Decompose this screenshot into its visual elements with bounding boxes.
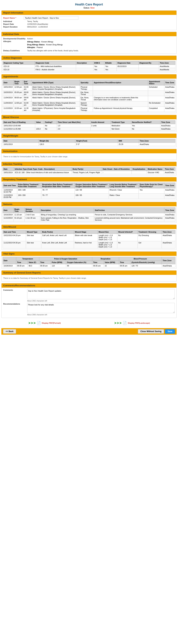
- table-row: ICD-10 F70 – Mild intellectual disabilit…: [3, 64, 176, 68]
- dev-disability-value: Autism: [27, 38, 175, 40]
- table-row: 10/16/2019 11:10 am 2 min 0 sec Biting o…: [3, 213, 176, 216]
- individual-value: Tareq, Taufiq: [27, 20, 175, 22]
- height-weight-header: Height/Weight: [2, 134, 176, 138]
- pdf-landscape-icon: 📄: [123, 321, 127, 325]
- skin-wound-table: Date and Time Wound Type Body Part(s) Wo…: [2, 230, 176, 248]
- table-row: 10/28/2019 09:30 am 98.0 09:30 am 110 99…: [3, 264, 176, 267]
- close-without-saving-button[interactable]: Close Without Saving: [138, 329, 164, 334]
- seizures-table: Date Begin Time Seizure Duration Descrip…: [2, 207, 176, 222]
- general-event-no-data: There is no data for Summary of General …: [3, 276, 175, 280]
- active-diagnoses-section: Active Diagnoses Diagnosis Coding Type D…: [1, 56, 177, 72]
- vital-signs-table: Date Temperature Pulse & Oxygen Saturati…: [2, 257, 176, 268]
- col-diag-code: Diagnosis Code: [35, 61, 76, 64]
- table-row: 10/20/2019 05:00 pm 06:00 pm Abdul Hakim…: [3, 90, 176, 96]
- col-description: Description: [76, 61, 94, 64]
- arrow-right-icon: ➤➤➤: [28, 321, 36, 325]
- recommendations-char-count: About 2966 characters left: [27, 314, 175, 316]
- table-row: ICD-10 F84.0 - Autistic disorder Yes Yes…: [3, 68, 176, 71]
- pdf-landscape-label: Display PDF(Landscape): [128, 322, 150, 324]
- table-row: 10/01/2019 130.0 5' 0" 25.39 Asia/Dhaka: [3, 142, 176, 146]
- vital-signs-section: Vital Signs Date Temperature Pulse & Oxy…: [1, 252, 177, 269]
- blood-glucose-table: Date and Time of Reading Value Fasting? …: [2, 120, 176, 130]
- table-row: 10/01/2019 10:00 AM No 1.0 2 units Medic…: [3, 124, 176, 127]
- active-diagnoses-header: Active Diagnoses: [2, 56, 176, 60]
- blood-glucose-section: Blood Glucose Date and Time of Reading V…: [1, 115, 177, 132]
- report-duration-label: Report Duration: [3, 26, 27, 28]
- individual-data-section: Individual Data Developmental Disability…: [1, 32, 177, 54]
- status-badge: New: [90, 7, 95, 9]
- comments-char-count: About 2962 characters left: [27, 300, 175, 302]
- individual-data-header: Individual Data: [2, 32, 176, 36]
- general-event-header: Summary of General Event Reports: [2, 270, 176, 275]
- height-weight-section: Height/Weight Date Weight (lb) Height (F…: [1, 134, 177, 147]
- save-button[interactable]: Save: [165, 329, 175, 334]
- status-line: Status: New: [1, 7, 177, 9]
- bottom-bar: << Back Close Without Saving Save: [1, 328, 177, 335]
- appointments-section: Appointments Date Begin Time End Time Ap…: [1, 74, 177, 113]
- respiratory-treatment-section: Respiratory Treatment Date and Time Puls…: [1, 177, 177, 200]
- pdf-portrait-icon: 📄: [37, 321, 41, 325]
- pdf-portrait-btn[interactable]: ➤➤➤ 📄 Display PDF(Portrait): [28, 321, 61, 325]
- comments-textarea[interactable]: Sep to Nov Health Care Report updates: [27, 289, 175, 299]
- pdf-row: ➤➤➤ 📄 Display PDF(Portrait) ➤➤➤ 📄 Displa…: [1, 320, 177, 326]
- back-button[interactable]: << Back: [3, 329, 16, 334]
- respiratory-treatment-header: Respiratory Treatment: [2, 177, 176, 182]
- col-diag-date: Diagnosis Date: [116, 61, 138, 64]
- report-information-header: Report Information: [2, 10, 176, 15]
- report-name-label: Report Name *: [3, 17, 24, 19]
- immunization-header: Immunization: [2, 149, 176, 153]
- table-row: 11/13/2019 03:09 PM 190 / 200 70 / 77 10…: [3, 194, 176, 199]
- dietary-label: Dietary Guidelines: [3, 50, 27, 52]
- recommendations-label: Recommendations: [3, 303, 27, 305]
- allergy-info: Allergy Status : Known Allergy Drug Alle…: [27, 40, 63, 49]
- table-row: 11/12/2019 11:05 AM 135.0 No 2.0 Not Giv…: [3, 127, 176, 130]
- table-row: 10/01/2019 ICD-10: 108 - Other local inf…: [3, 171, 176, 174]
- col-dsm5: DSM-5: [93, 61, 104, 64]
- report-date-value: 12/09/2020 (Asia/Manila): [27, 23, 175, 25]
- skin-wound-header: Skin/Wound: [2, 225, 176, 229]
- report-date-label: Report Date: [3, 23, 27, 25]
- comments-header: Comments/Recommendations: [2, 283, 176, 288]
- dietary-value: Taufiq has allergies with some of the fo…: [27, 50, 175, 52]
- diagnoses-table: Diagnosis Coding Type Diagnosis Code Des…: [2, 61, 176, 71]
- immunization-no-data: There is no data for Immunization for Ta…: [3, 155, 175, 158]
- table-row: 10/01/2019 12:00 pm 01:00 pm Abdul Hakim…: [3, 85, 176, 90]
- col-timezone: Time Zone: [159, 61, 175, 64]
- report-name-input[interactable]: [24, 16, 78, 20]
- general-event-section: Summary of General Event Reports There i…: [1, 270, 177, 282]
- table-row: 11/03/2019 02:00 PM 300 / 198 78 / 77 11…: [3, 188, 176, 194]
- table-row: 11/13/2019 10:30 am 11:30 am Abdul Hakim…: [3, 106, 176, 112]
- height-weight-table: Date Weight (lb) Height (Feet) BMI Time …: [2, 139, 176, 146]
- seizures-header: Seizures: [2, 202, 176, 206]
- recommendations-textarea[interactable]: Please look for any vital details: [27, 303, 175, 313]
- respiratory-table: Date and Time Pulse Before Treatment / P…: [2, 182, 176, 199]
- comments-section: Comments/Recommendations Comments Sep to…: [1, 283, 177, 318]
- vital-signs-header: Vital Signs: [2, 252, 176, 256]
- pdf-portrait-label: Display PDF(Portrait): [42, 322, 61, 324]
- skin-wound-section: Skin/Wound Date and Time Wound Type Body…: [1, 224, 177, 250]
- table-row: 11/04/2019 12:00 pm 01:00 pm Abdul Hakim…: [3, 101, 176, 106]
- blood-glucose-header: Blood Glucose: [2, 115, 176, 119]
- appointments-header: Appointments: [2, 74, 176, 78]
- pdf-landscape-btn[interactable]: ➤➤➤ 📄 Display PDF(Landscape): [114, 321, 150, 325]
- table-row: 11/13/2019 01:10 pm 1 min 30 sec Eyes up…: [3, 216, 176, 222]
- appointments-table: Date Begin Time End Time Appointment Wit…: [2, 80, 176, 112]
- immunization-section: Immunization There is no data for Immuni…: [1, 149, 177, 160]
- individual-label: Individual: [3, 20, 27, 22]
- table-row: 11/04/2019 08:00 am 09:00 am Abdul Hakim…: [3, 96, 176, 101]
- table-row: 11/12/2019 04:30 pm Skin tear Knee Left,…: [3, 241, 176, 248]
- table-row: 10/22/2019 04:20 pm Skin tear Calf Left,…: [3, 234, 176, 241]
- col-billable: Billable: [104, 61, 116, 64]
- infection-tracking-table: Date Infection Type (Code Type: Code - D…: [2, 167, 176, 174]
- comments-label: Comments: [3, 289, 27, 291]
- allergies-label: Allergies: [3, 40, 27, 42]
- report-information-section: Report Information Report Name * Individ…: [1, 10, 177, 30]
- report-duration-value: 09/01/2019 - 11/30/2019: [27, 26, 175, 28]
- col-coding-type: Diagnosis Coding Type: [3, 61, 35, 64]
- seizures-section: Seizures Date Begin Time Seizure Duratio…: [1, 202, 177, 223]
- col-diagnosed-by: Diagnosed By: [138, 61, 159, 64]
- arrow-right-icon-2: ➤➤➤: [114, 321, 122, 325]
- dev-disability-label: Developmental Disability: [3, 38, 27, 40]
- page-title: Health Care Report: [1, 1, 177, 7]
- infection-tracking-header: Infection Tracking: [2, 162, 176, 166]
